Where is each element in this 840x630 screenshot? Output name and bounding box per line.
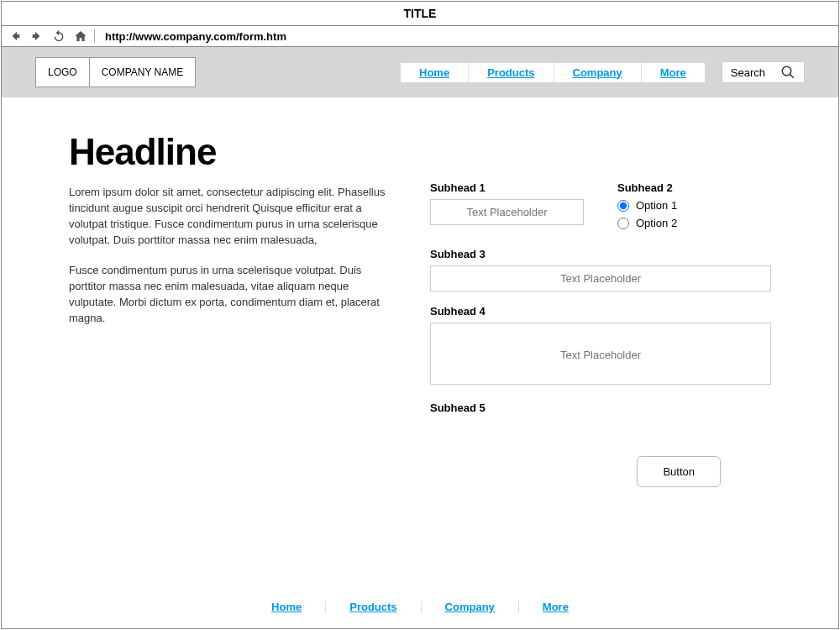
footer-link-home[interactable]: Home — [248, 601, 326, 613]
subhead-5: Subhead 5 — [430, 402, 771, 414]
text-input-3[interactable] — [430, 265, 771, 291]
nav-link-home[interactable]: Home — [401, 63, 469, 82]
logo[interactable]: LOGO — [35, 57, 89, 87]
radio-2[interactable] — [617, 218, 629, 229]
headline: Headline — [69, 131, 388, 173]
nav-links: Home Products Company More — [401, 63, 705, 82]
nav-icons — [8, 29, 95, 43]
svg-point-0 — [782, 66, 791, 76]
forward-arrow-icon[interactable] — [30, 29, 44, 43]
browser-toolbar: http://www.company.com/form.htm — [2, 26, 838, 47]
back-arrow-icon[interactable] — [8, 29, 22, 43]
textarea-4[interactable] — [430, 323, 771, 385]
footer-link-company[interactable]: Company — [422, 601, 519, 613]
radio-group: Option 1 Option 2 — [617, 199, 771, 229]
window-title: TITLE — [2, 2, 838, 26]
nav-link-products[interactable]: Products — [469, 63, 554, 82]
radio-option-2[interactable]: Option 2 — [617, 217, 771, 229]
field-group-3: Subhead 3 — [430, 248, 771, 291]
header-nav: Home Products Company More Search — [401, 61, 805, 83]
subhead-4: Subhead 4 — [430, 305, 771, 318]
url-bar[interactable]: http://www.company.com/form.htm — [102, 30, 286, 43]
search-box[interactable]: Search — [722, 61, 805, 83]
radio-2-label: Option 2 — [636, 217, 677, 229]
browser-window: TITLE http://www.company.com/form.htm LO… — [1, 1, 839, 629]
button-row: Button — [430, 456, 771, 487]
paragraph-1: Lorem ipsum dolor sit amet, consectetur … — [69, 185, 388, 248]
radio-1[interactable] — [617, 200, 629, 212]
footer-link-more[interactable]: More — [519, 601, 592, 613]
home-icon[interactable] — [74, 29, 87, 43]
site-header: LOGO COMPANY NAME Home Products Company … — [2, 47, 838, 97]
article: Headline Lorem ipsum dolor sit amet, con… — [69, 131, 388, 579]
subhead-3: Subhead 3 — [430, 248, 771, 260]
main-content: Headline Lorem ipsum dolor sit amet, con… — [2, 97, 838, 587]
footer-link-products[interactable]: Products — [326, 601, 421, 613]
field-group-2: Subhead 2 Option 1 Option 2 — [617, 181, 771, 234]
submit-button[interactable]: Button — [637, 456, 721, 487]
subhead-1: Subhead 1 — [430, 181, 584, 194]
nav-link-more[interactable]: More — [642, 63, 705, 82]
paragraph-2: Fusce condimentum purus in urna sceleris… — [69, 263, 388, 326]
reload-icon[interactable] — [52, 29, 66, 43]
nav-link-company[interactable]: Company — [554, 63, 642, 82]
footer-links: Home Products Company More — [2, 601, 838, 613]
search-icon[interactable] — [780, 65, 795, 80]
search-placeholder: Search — [731, 66, 765, 79]
radio-option-1[interactable]: Option 1 — [617, 199, 771, 212]
brand: LOGO COMPANY NAME — [35, 57, 196, 87]
text-input-1[interactable] — [430, 199, 584, 225]
form-area: Subhead 1 Subhead 2 Option 1 Option 2 Su… — [430, 131, 771, 579]
field-group-4: Subhead 4 — [430, 305, 771, 388]
radio-1-label: Option 1 — [636, 199, 677, 212]
field-group-1: Subhead 1 — [430, 181, 584, 234]
subhead-2: Subhead 2 — [617, 181, 771, 194]
field-group-5: Subhead 5 — [430, 402, 771, 414]
footer: Home Products Company More — [2, 587, 838, 628]
svg-line-1 — [790, 74, 794, 78]
company-name: COMPANY NAME — [89, 57, 197, 87]
